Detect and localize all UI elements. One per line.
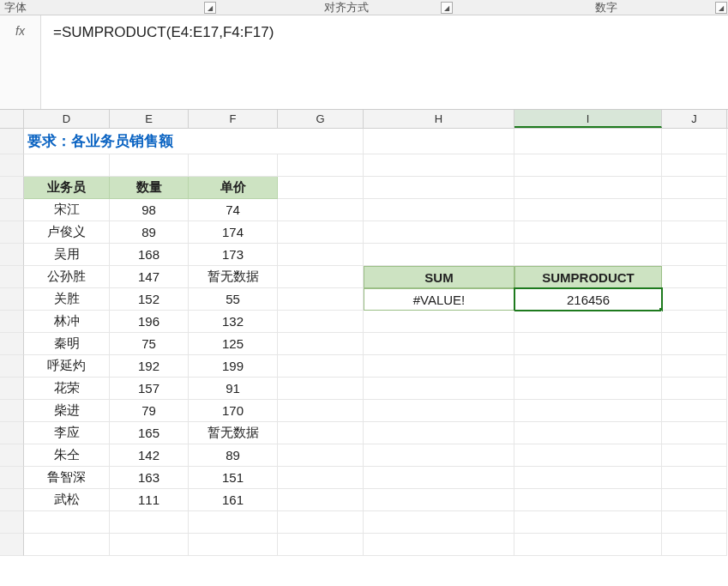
col-header-I[interactable]: I	[514, 110, 662, 128]
cell[interactable]	[278, 288, 364, 311]
cell[interactable]	[364, 311, 514, 333]
font-dialog-launcher[interactable]: ◢	[204, 2, 216, 14]
cell[interactable]	[662, 444, 727, 467]
cell[interactable]	[514, 400, 662, 422]
cell[interactable]	[364, 333, 514, 355]
row-header[interactable]	[0, 378, 24, 400]
cell[interactable]	[514, 422, 662, 444]
cell-agent[interactable]: 卢俊义	[24, 221, 110, 244]
cell[interactable]	[364, 221, 514, 244]
cell[interactable]	[364, 444, 514, 467]
row-header[interactable]	[0, 311, 24, 333]
result-sum[interactable]: #VALUE!	[364, 288, 514, 311]
cell[interactable]	[278, 467, 364, 489]
cell[interactable]	[662, 378, 727, 400]
cell[interactable]	[514, 129, 662, 154]
result-sumproduct[interactable]: 216456	[514, 288, 662, 311]
row-header[interactable]	[0, 422, 24, 444]
cell[interactable]	[278, 129, 364, 154]
col-header-D[interactable]: D	[24, 110, 110, 128]
cell[interactable]	[662, 129, 727, 154]
cell-agent[interactable]: 林冲	[24, 311, 110, 333]
cell[interactable]	[514, 467, 662, 489]
cell[interactable]	[278, 333, 364, 355]
cell[interactable]	[364, 400, 514, 422]
cell[interactable]	[662, 199, 727, 221]
cell[interactable]	[278, 355, 364, 378]
cell[interactable]	[364, 199, 514, 221]
cell-agent[interactable]: 吴用	[24, 244, 110, 266]
cell[interactable]	[364, 129, 514, 154]
cell-agent[interactable]: 朱仝	[24, 444, 110, 467]
cell[interactable]	[364, 489, 514, 511]
cell[interactable]	[278, 244, 364, 266]
cell-agent[interactable]: 秦明	[24, 333, 110, 355]
row-header[interactable]	[0, 355, 24, 378]
cell-price[interactable]: 132	[189, 311, 278, 333]
cell-qty[interactable]: 168	[110, 244, 189, 266]
fx-icon[interactable]: fx	[0, 15, 41, 109]
mini-header-sum[interactable]: SUM	[364, 266, 514, 288]
cell[interactable]	[662, 422, 727, 444]
cell[interactable]	[278, 489, 364, 511]
th-price[interactable]: 单价	[189, 177, 278, 199]
cell[interactable]	[278, 400, 364, 422]
cell[interactable]	[364, 244, 514, 266]
row-header[interactable]	[0, 129, 24, 154]
row-header[interactable]	[0, 444, 24, 467]
cell[interactable]	[278, 422, 364, 444]
row-header[interactable]	[0, 154, 24, 177]
cell-qty[interactable]: 152	[110, 288, 189, 311]
select-all-corner[interactable]	[0, 110, 24, 128]
cell-price[interactable]: 151	[189, 467, 278, 489]
cell[interactable]	[662, 311, 727, 333]
cell-price[interactable]: 暂无数据	[189, 422, 278, 444]
cell[interactable]	[662, 266, 727, 288]
cell-qty[interactable]: 196	[110, 311, 189, 333]
cell-agent[interactable]: 宋江	[24, 199, 110, 221]
cell-qty[interactable]: 98	[110, 199, 189, 221]
row-header[interactable]	[0, 534, 24, 556]
cell-agent[interactable]: 柴进	[24, 400, 110, 422]
cell[interactable]	[278, 311, 364, 333]
cell-qty[interactable]: 163	[110, 467, 189, 489]
row-header[interactable]	[0, 266, 24, 288]
col-header-H[interactable]: H	[364, 110, 514, 128]
cell[interactable]	[278, 378, 364, 400]
row-header[interactable]	[0, 288, 24, 311]
cell[interactable]	[278, 199, 364, 221]
cell[interactable]	[662, 333, 727, 355]
cell[interactable]	[364, 422, 514, 444]
cell-qty[interactable]: 157	[110, 378, 189, 400]
cell-price[interactable]: 暂无数据	[189, 266, 278, 288]
cell[interactable]	[364, 467, 514, 489]
cell[interactable]	[662, 467, 727, 489]
cell-price[interactable]: 55	[189, 288, 278, 311]
cell[interactable]	[514, 355, 662, 378]
row-header[interactable]	[0, 199, 24, 221]
row-header[interactable]	[0, 511, 24, 534]
cell[interactable]	[662, 221, 727, 244]
col-header-G[interactable]: G	[278, 110, 364, 128]
th-agent[interactable]: 业务员	[24, 177, 110, 199]
cell[interactable]	[662, 489, 727, 511]
cell[interactable]	[662, 400, 727, 422]
col-header-J[interactable]: J	[662, 110, 727, 128]
cell-qty[interactable]: 79	[110, 400, 189, 422]
cell-price[interactable]: 174	[189, 221, 278, 244]
row-header[interactable]	[0, 489, 24, 511]
cell-qty[interactable]: 111	[110, 489, 189, 511]
row-header[interactable]	[0, 221, 24, 244]
cell-qty[interactable]: 165	[110, 422, 189, 444]
mini-header-sumproduct[interactable]: SUMPRODUCT	[514, 266, 662, 288]
cell[interactable]	[514, 311, 662, 333]
row-header[interactable]	[0, 333, 24, 355]
cell-price[interactable]: 173	[189, 244, 278, 266]
col-header-F[interactable]: F	[189, 110, 278, 128]
align-dialog-launcher[interactable]: ◢	[441, 2, 453, 14]
cell-price[interactable]: 91	[189, 378, 278, 400]
cell-price[interactable]: 89	[189, 444, 278, 467]
formula-input[interactable]: =SUMPRODUCT(E4:E17,F4:F17)	[41, 15, 728, 109]
cell[interactable]	[514, 199, 662, 221]
col-header-E[interactable]: E	[110, 110, 189, 128]
